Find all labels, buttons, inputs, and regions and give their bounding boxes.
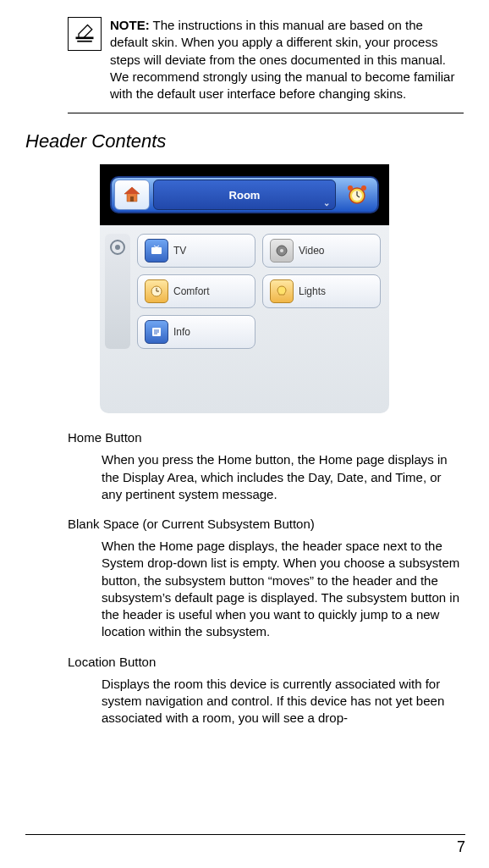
subsystem-grid: TV Video Comfort Lights	[137, 234, 381, 349]
info-icon	[145, 320, 168, 344]
note-icon	[68, 17, 102, 51]
home-button-heading: Home Button	[68, 430, 464, 445]
empty-cell	[262, 315, 381, 349]
blank-space-body: When the Home page displays, the header …	[102, 538, 464, 641]
subsystem-button-comfort[interactable]: Comfort	[137, 274, 255, 308]
header-highlight-area: Room	[100, 164, 389, 225]
section-title: Header Contents	[25, 130, 464, 152]
location-button-body: Displays the room this device is current…	[102, 676, 464, 727]
info-label: Info	[173, 326, 190, 338]
lights-icon	[270, 279, 294, 303]
header-bar: Room	[110, 176, 379, 213]
body-content: Home Button When you press the Home butt…	[68, 430, 464, 727]
subsystem-area: TV Video Comfort Lights	[100, 225, 389, 357]
speaker-icon[interactable]	[109, 239, 126, 259]
svg-point-10	[115, 245, 120, 250]
comfort-label: Comfort	[173, 285, 210, 297]
subsystem-button-tv[interactable]: TV	[137, 234, 255, 268]
note-text: NOTE: The instructions in this manual ar…	[110, 17, 464, 102]
alarm-clock-button[interactable]	[339, 180, 375, 210]
lights-label: Lights	[299, 285, 326, 297]
location-button-heading: Location Button	[68, 655, 464, 669]
pencil-note-icon	[73, 22, 96, 46]
ui-screenshot: Room	[100, 164, 389, 413]
room-label-text: Room	[229, 189, 261, 202]
left-rail	[105, 234, 130, 349]
home-button-body: When you press the Home button, the Home…	[102, 451, 464, 503]
svg-point-8	[361, 185, 366, 191]
note-block: NOTE: The instructions in this manual ar…	[68, 17, 464, 113]
video-icon	[270, 239, 294, 263]
house-icon	[122, 185, 142, 205]
subsystem-button-video[interactable]: Video	[262, 234, 381, 268]
svg-rect-1	[77, 41, 92, 42]
tv-label: TV	[173, 245, 186, 257]
room-dropdown[interactable]: Room	[153, 180, 336, 210]
svg-point-7	[348, 185, 353, 191]
subsystem-button-lights[interactable]: Lights	[262, 274, 381, 308]
alarm-clock-icon	[345, 183, 369, 207]
video-label: Video	[299, 245, 324, 257]
svg-rect-11	[151, 247, 162, 254]
svg-rect-2	[130, 196, 134, 202]
svg-point-13	[280, 249, 283, 252]
page-number: 7	[25, 834, 465, 856]
comfort-icon	[145, 279, 168, 303]
subsystem-button-info[interactable]: Info	[137, 315, 255, 349]
blank-space-heading: Blank Space (or Current Subsystem Button…	[68, 517, 464, 531]
note-label: NOTE:	[110, 18, 150, 32]
home-button[interactable]	[114, 180, 150, 210]
tv-icon	[145, 239, 168, 263]
note-body: The instructions in this manual are base…	[110, 18, 454, 101]
